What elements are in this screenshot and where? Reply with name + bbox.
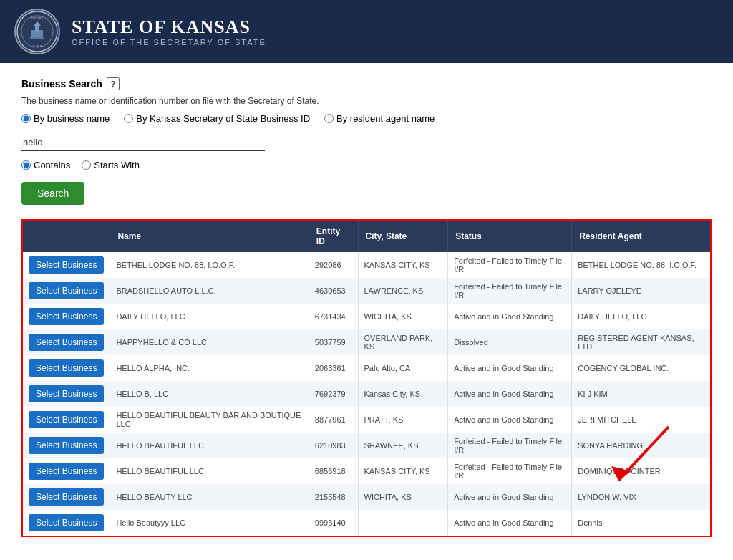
select-business-button[interactable]: Select Business xyxy=(29,488,104,506)
cell-status: Forfeited - Failed to Timely File I/R xyxy=(448,433,572,458)
radio-by-agent-name[interactable]: By resident agent name xyxy=(324,113,435,124)
select-business-button[interactable]: Select Business xyxy=(29,308,104,325)
table-row: Select BusinessHELLO BEAUTIFUL LLC685691… xyxy=(23,458,710,484)
select-business-button[interactable]: Select Business xyxy=(29,256,104,274)
cell-resident-agent: DOMINIQUE POINTER xyxy=(572,458,710,484)
cell-entity-id: 6210983 xyxy=(309,433,358,458)
cell-entity-id: 8877961 xyxy=(309,407,358,433)
select-cell: Select Business xyxy=(23,510,110,536)
radio-contains[interactable]: Contains xyxy=(21,160,70,170)
cell-city-state: KANSAS CITY, KS xyxy=(358,252,448,278)
site-subtitle: Office of the Secretary of State xyxy=(72,38,266,47)
cell-status: Forfeited - Failed to Timely File I/R xyxy=(448,252,572,278)
cell-entity-id: 5037759 xyxy=(309,329,358,355)
col-name: Name xyxy=(110,221,309,252)
cell-name: DAILY HELLO, LLC xyxy=(110,304,309,329)
cell-status: Active and in Good Standing xyxy=(448,510,572,536)
results-table-wrapper: Name Entity ID City, State Status Reside… xyxy=(21,219,712,537)
svg-rect-3 xyxy=(35,26,39,32)
cell-name: Hello Beautyyy LLC xyxy=(110,510,309,536)
cell-city-state: WICHITA, KS xyxy=(358,484,448,510)
select-cell: Select Business xyxy=(23,381,110,407)
select-cell: Select Business xyxy=(23,433,110,458)
cell-status: Active and in Good Standing xyxy=(448,407,572,433)
cell-status: Active and in Good Standing xyxy=(448,355,572,381)
table-row: Select BusinessBRADSHELLO AUTO L.L.C.463… xyxy=(23,278,710,304)
cell-name: BRADSHELLO AUTO L.L.C. xyxy=(110,278,309,304)
select-business-button[interactable]: Select Business xyxy=(29,463,104,480)
cell-city-state: SHAWNEE, KS xyxy=(358,433,448,458)
svg-text:★ ★ ★: ★ ★ ★ xyxy=(32,44,44,48)
select-cell: Select Business xyxy=(23,278,110,304)
results-table: Name Entity ID City, State Status Reside… xyxy=(23,221,710,536)
main-content: Business Search ? The business name or i… xyxy=(0,63,733,551)
cell-city-state: Kansas City, KS xyxy=(358,381,448,407)
col-status: Status xyxy=(448,221,572,252)
table-row: Select BusinessBETHEL LODGE NO. 88, I.O.… xyxy=(23,252,710,278)
search-by-radio-group: By business name By Kansas Secretary of … xyxy=(21,113,712,124)
search-button[interactable]: Search xyxy=(21,182,84,205)
table-row: Select BusinessHELLO BEAUTIFUL LLC621098… xyxy=(23,433,710,458)
cell-city-state: WICHITA, KS xyxy=(358,304,448,329)
select-business-button[interactable]: Select Business xyxy=(29,359,104,377)
col-action xyxy=(23,221,110,252)
cell-entity-id: 6731434 xyxy=(309,304,358,329)
cell-status: Forfeited - Failed to Timely File I/R xyxy=(448,458,572,484)
select-business-button[interactable]: Select Business xyxy=(29,411,104,428)
svg-text:KANSAS: KANSAS xyxy=(31,16,44,19)
cell-city-state: LAWRENCE, KS xyxy=(358,278,448,304)
select-cell: Select Business xyxy=(23,329,110,355)
radio-by-sos-id[interactable]: By Kansas Secretary of State Business ID xyxy=(124,113,310,124)
select-business-button[interactable]: Select Business xyxy=(29,282,104,299)
select-cell: Select Business xyxy=(23,355,110,381)
cell-name: HELLO ALPHA, INC. xyxy=(110,355,309,381)
table-row: Select BusinessHAPPYHELLO & CO LLC503775… xyxy=(23,329,710,355)
cell-entity-id: 7692379 xyxy=(309,381,358,407)
site-header: ★ ★ ★ KANSAS State of Kansas Office of t… xyxy=(0,0,733,63)
svg-rect-5 xyxy=(30,37,44,39)
cell-name: HELLO BEAUTIFUL LLC xyxy=(110,433,309,458)
cell-resident-agent: REGISTERED AGENT KANSAS, LTD. xyxy=(572,329,710,355)
select-business-button[interactable]: Select Business xyxy=(29,334,104,351)
col-entity-id: Entity ID xyxy=(309,221,358,252)
results-section: Name Entity ID City, State Status Reside… xyxy=(21,219,712,537)
site-title: State of Kansas xyxy=(72,16,266,38)
search-input-wrap xyxy=(21,134,712,151)
cell-city-state: Palo Alto, CA xyxy=(358,355,448,381)
cell-entity-id: 2155548 xyxy=(309,484,358,510)
cell-status: Active and in Good Standing xyxy=(448,304,572,329)
cell-resident-agent: COGENCY GLOBAL INC. xyxy=(572,355,710,381)
cell-city-state: OVERLAND PARK, KS xyxy=(358,329,448,355)
cell-resident-agent: KI J KIM xyxy=(572,381,710,407)
cell-resident-agent: BETHEL LODGE NO. 88, I.O.O.F. xyxy=(572,252,710,278)
cell-resident-agent: LYNDON W. VIX xyxy=(572,484,710,510)
match-type-radio-group: Contains Starts With xyxy=(21,160,712,170)
state-seal: ★ ★ ★ KANSAS xyxy=(14,9,60,54)
table-row: Select BusinessHELLO BEAUTIFUL BEAUTY BA… xyxy=(23,407,710,433)
section-title: Business Search ? xyxy=(21,77,712,90)
cell-name: HELLO B, LLC xyxy=(110,381,309,407)
cell-city-state: KANSAS CITY, KS xyxy=(358,458,448,484)
search-input[interactable] xyxy=(21,134,265,151)
select-cell: Select Business xyxy=(23,407,110,433)
col-resident-agent: Resident Agent xyxy=(572,221,710,252)
select-cell: Select Business xyxy=(23,252,110,278)
cell-name: HAPPYHELLO & CO LLC xyxy=(110,329,309,355)
cell-status: Dissolved xyxy=(448,329,572,355)
table-header-row: Name Entity ID City, State Status Reside… xyxy=(23,221,710,252)
cell-entity-id: 4630653 xyxy=(309,278,358,304)
help-icon[interactable]: ? xyxy=(107,77,120,90)
svg-marker-4 xyxy=(34,21,41,26)
cell-status: Active and in Good Standing xyxy=(448,381,572,407)
cell-name: HELLO BEAUTIFUL BEAUTY BAR AND BOUTIQUE … xyxy=(110,407,309,433)
select-business-button[interactable]: Select Business xyxy=(29,385,104,402)
select-business-button[interactable]: Select Business xyxy=(29,514,104,531)
header-text-group: State of Kansas Office of the Secretary … xyxy=(72,16,266,47)
cell-resident-agent: JERI MITCHELL xyxy=(572,407,710,433)
radio-starts-with[interactable]: Starts With xyxy=(82,160,140,170)
cell-status: Active and in Good Standing xyxy=(448,484,572,510)
radio-by-business-name[interactable]: By business name xyxy=(21,113,110,124)
table-row: Select BusinessHELLO ALPHA, INC.2063361P… xyxy=(23,355,710,381)
select-business-button[interactable]: Select Business xyxy=(29,437,104,454)
cell-entity-id: 2063361 xyxy=(309,355,358,381)
